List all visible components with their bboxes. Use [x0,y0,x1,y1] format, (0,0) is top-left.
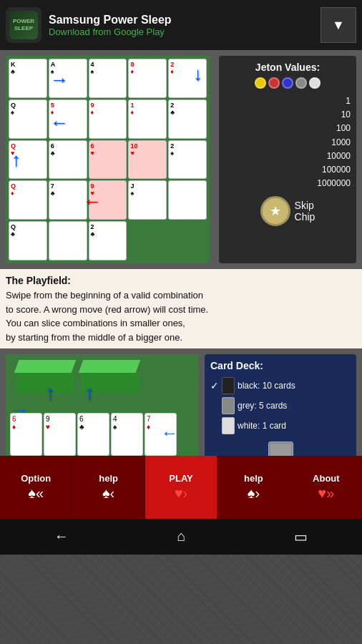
jeton-val-10: 10 [225,108,351,122]
deck-icon-white [222,417,235,434]
card-k-club: K♣ [9,59,47,98]
deck-label-grey: grey: 5 cards [238,397,287,414]
ad-subtitle: Download from Google Play [49,26,321,37]
platform-top [14,360,77,373]
jeton-chips [255,77,321,89]
jeton-val-1000000: 1000000 [225,177,351,190]
about-label: About [313,473,340,484]
card-deck-title: Card Deck: [210,360,351,371]
download-button[interactable] [321,7,356,43]
deck-label-black: black: 10 cards [238,377,295,394]
help1-icon: ♠‹ [102,485,114,502]
option-button[interactable]: Option ♠« [0,456,72,519]
chip-gray [295,77,307,89]
skip-chip-icon [260,196,290,226]
deck-icon-black [222,377,235,394]
hand-cards: → 6♦ 9♥ 6♣ 4♠ 7♦ ← [10,413,177,456]
deck-icon-grey [222,397,235,414]
hand-card-6b: 6♣ [77,413,109,456]
deck-check-black: ✓ [210,376,219,396]
card-9-diamond: 9♦ [89,99,127,139]
chip-yellow [255,77,266,89]
card-2-club-r1: 2♣ [168,99,207,139]
chip-red [268,77,280,89]
play-button[interactable]: PLAY ♥› [145,456,217,519]
about-icon: ♥» [318,485,334,502]
hand-visual: ↑ ↑ → 6♦ 9♥ 6♣ 4♠ 7♦ [6,354,199,462]
playfield: K♣ A♠ 4♠ 8♦ 2♦ Q♠ 5♦ 9♦ 1♦ 2♣ Q♥ 6♣ 6♥ 1… [6,56,213,263]
card-6-heart: 6♥ [89,140,127,180]
android-back-button[interactable]: ← [54,528,69,545]
card-8-diamond: 8♦ [128,59,167,98]
deck-item-black: ✓ black: 10 cards [210,376,351,396]
card-empty-r4c1 [49,221,87,260]
arrow-left-row1: ← [50,112,69,134]
play-icon: ♥› [175,485,188,502]
playfield-description: The Playfield: Swipe from the beginning … [0,269,362,348]
game-area: K♣ A♠ 4♠ 8♦ 2♦ Q♠ 5♦ 9♦ 1♦ 2♣ Q♥ 6♣ 6♥ 1… [0,50,362,269]
help2-icon: ♠› [248,485,260,502]
card-1-diamond: 1♦ [128,99,167,139]
deck-item-white: ✓ white: 1 card [210,416,351,436]
option-label: Option [21,473,51,484]
help1-label: help [99,473,118,484]
hand-arrow-up-1: ↑ [45,381,55,404]
card-j-spade: J♠ [128,180,167,220]
jeton-val-10000: 10000 [225,150,351,163]
jeton-values: 1 10 100 1000 10000 100000 1000000 [225,94,351,190]
card-empty-r3c4 [168,180,207,220]
android-recent-button[interactable]: ▭ [294,528,308,545]
ad-text: Samsung Power Sleep Download from Google… [49,14,321,37]
deck-label-white: white: 1 card [238,417,286,434]
hand-card-6: 6♦ [10,413,42,456]
hand-arrow-up-2: ↑ [84,381,94,404]
card-2-club-r4: 2♣ [89,221,127,260]
jeton-val-1: 1 [225,94,351,108]
jeton-val-100: 100 [225,122,351,135]
ad-banner[interactable]: POWER SLEEP Samsung Power Sleep Download… [0,0,362,50]
ad-title: Samsung Power Sleep [49,14,321,26]
hand-card-4: 4♠ [111,413,143,456]
jeton-panel: Jeton Values: 1 10 100 1000 10000 100000… [219,56,356,263]
card-4-spade: 4♠ [89,59,127,98]
skip-chip-area: SkipChip [260,196,315,226]
card-q-club: Q♣ [9,221,47,260]
arrow-up-col0: ↑ [11,149,21,171]
chip-white [309,77,321,89]
arrow-right-row0: → [50,69,69,91]
help2-button[interactable]: help ♠› [217,456,290,519]
android-home-button[interactable]: ⌂ [177,528,185,545]
jeton-val-1000: 1000 [225,136,351,150]
card-q-diamond: Q♦ [9,180,47,220]
jeton-val-100000: 100000 [225,163,351,177]
card-q-spade: Q♠ [9,99,47,139]
hand-arrow-left: ← [161,423,178,443]
play-label: PLAY [169,473,192,484]
deck-item-grey: ✓ grey: 5 cards [210,396,351,416]
chip-blue [282,77,293,89]
about-button[interactable]: About ♥» [290,456,362,519]
ad-icon-inner: POWER SLEEP [9,11,38,39]
arrow-red-row2: ← [83,190,102,213]
help2-label: help [244,473,263,484]
card-empty-r4c4 [168,221,207,260]
card-6-club: 6♣ [49,140,87,180]
skip-chip-label: SkipChip [295,200,315,223]
jeton-title: Jeton Values: [255,62,320,73]
android-navbar: ← ⌂ ▭ [0,519,362,555]
hand-card-9: 9♥ [44,413,76,456]
card-2-spade: 2♠ [168,140,207,180]
option-icon: ♠« [28,485,44,502]
card-10-heart: 10♥ [128,140,167,180]
ad-icon: POWER SLEEP [6,7,41,43]
playfield-desc-title: The Playfield: [6,273,356,288]
playfield-desc-text: Swipe from the beginning of a valid comb… [6,288,356,344]
help1-button[interactable]: help ♠‹ [72,456,145,519]
platform-top-2 [79,360,141,373]
playfield-cards: K♣ A♠ 4♠ 8♦ 2♦ Q♠ 5♦ 9♦ 1♦ 2♣ Q♥ 6♣ 6♥ 1… [6,56,210,263]
arrow-down-col4: ↓ [193,63,202,85]
card-7-club: 7♣ [49,180,87,220]
bottom-nav: Option ♠« help ♠‹ PLAY ♥› help ♠› About … [0,456,362,519]
card-empty-r4c3 [128,221,167,260]
